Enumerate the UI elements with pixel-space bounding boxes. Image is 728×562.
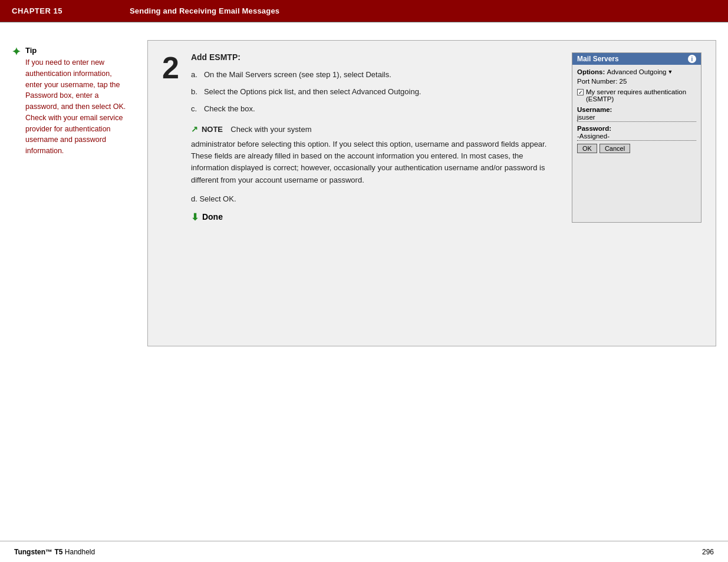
options-value: Advanced Outgoing — [607, 68, 666, 75]
widget-info-icon[interactable]: i — [688, 55, 696, 63]
widget-options-row: Options: Advanced Outgoing ▼ — [577, 68, 696, 75]
step-header: 2 Add ESMTP: a. On the Mail Servers scre… — [162, 52, 701, 223]
step-instructions: Add ESMTP: a. On the Mail Servers screen… — [191, 52, 560, 223]
note-icon: ↗ — [191, 123, 198, 136]
footer-brand: Tungsten™ T5 Handheld — [14, 548, 95, 556]
list-text-b: Select the Options pick list, and then s… — [204, 86, 421, 98]
password-value[interactable]: -Assigned- — [577, 133, 696, 141]
note-intro: Check with your system — [226, 124, 312, 135]
step-number: 2 — [162, 52, 179, 83]
note-header: ↗ NOTE Check with your system — [191, 123, 560, 136]
page-number: 296 — [702, 548, 714, 556]
step-title: Add ESMTP: — [191, 52, 560, 62]
options-strong: Options: — [577, 68, 605, 75]
widget-options-label: Options: Advanced Outgoing ▼ — [577, 68, 673, 75]
widget-titlebar: Mail Servers i — [572, 53, 701, 65]
port-label: Port Number: — [577, 78, 617, 85]
sidebar: ✦ Tip If you need to enter new authentic… — [12, 40, 141, 529]
main-content: ✦ Tip If you need to enter new authentic… — [0, 22, 728, 541]
select-ok: d. Select OK. — [191, 194, 560, 203]
note-label: NOTE — [202, 124, 223, 135]
brand-bold: Tungsten™ T5 — [14, 548, 62, 556]
mail-servers-widget: Mail Servers i Options: Advanced Outgoin… — [572, 52, 701, 223]
page-header: CHAPTER 15 Sending and Receiving Email M… — [0, 0, 728, 22]
checkbox-label: My server requires authentication (ESMTP… — [586, 88, 696, 103]
chapter-title: Sending and Receiving Email Messages — [130, 6, 279, 15]
widget-body: Options: Advanced Outgoing ▼ Port Number… — [572, 65, 701, 157]
page-footer: Tungsten™ T5 Handheld 296 — [0, 541, 728, 562]
checkmark-icon: ✓ — [578, 90, 583, 95]
widget-buttons: OK Cancel — [577, 144, 696, 153]
list-label-a: a. — [191, 69, 200, 81]
tip-content: Tip If you need to enter new authenticat… — [25, 46, 130, 157]
list-label-b: b. — [191, 86, 200, 98]
tip-asterisk-icon: ✦ — [12, 46, 21, 59]
list-item: c. Check the box. — [191, 103, 560, 115]
password-label: Password: — [577, 125, 696, 132]
list-item: a. On the Mail Servers screen (see step … — [191, 69, 560, 81]
step-body: Add ESMTP: a. On the Mail Servers screen… — [191, 52, 701, 223]
username-label: Username: — [577, 106, 696, 113]
cancel-button[interactable]: Cancel — [599, 144, 630, 153]
chapter-label: CHAPTER 15 — [12, 6, 130, 15]
note-block: ↗ NOTE Check with your system administra… — [191, 123, 560, 186]
widget-port-row: Port Number: 25 — [577, 78, 696, 85]
tip-text: If you need to enter new authentication … — [25, 57, 130, 157]
brand-light: Handheld — [65, 548, 95, 556]
step-list: a. On the Mail Servers screen (see step … — [191, 69, 560, 115]
list-text-c: Check the box. — [204, 103, 255, 115]
port-value: 25 — [620, 78, 627, 85]
widget-checkbox-row: ✓ My server requires authentication (ESM… — [577, 88, 696, 103]
dropdown-arrow-icon: ▼ — [668, 69, 673, 75]
options-dropdown[interactable]: Advanced Outgoing ▼ — [607, 68, 673, 75]
tip-block: ✦ Tip If you need to enter new authentic… — [12, 46, 130, 157]
done-line: ⬇ Done — [191, 211, 560, 223]
content-area: 2 Add ESMTP: a. On the Mail Servers scre… — [141, 40, 716, 529]
widget-checkbox[interactable]: ✓ — [577, 89, 584, 95]
done-arrow-icon: ⬇ — [191, 211, 199, 223]
done-label: Done — [202, 212, 223, 222]
username-value[interactable]: jsuser — [577, 114, 696, 122]
list-text-a: On the Mail Servers screen (see step 1),… — [204, 69, 391, 81]
step-card: 2 Add ESMTP: a. On the Mail Servers scre… — [147, 40, 716, 346]
list-label-c: c. — [191, 103, 200, 115]
ok-button[interactable]: OK — [577, 144, 597, 153]
tip-label: Tip — [25, 46, 130, 55]
widget-title: Mail Servers — [577, 55, 619, 63]
list-item: b. Select the Options pick list, and the… — [191, 86, 560, 98]
note-text: administrator before selecting this opti… — [191, 138, 560, 186]
